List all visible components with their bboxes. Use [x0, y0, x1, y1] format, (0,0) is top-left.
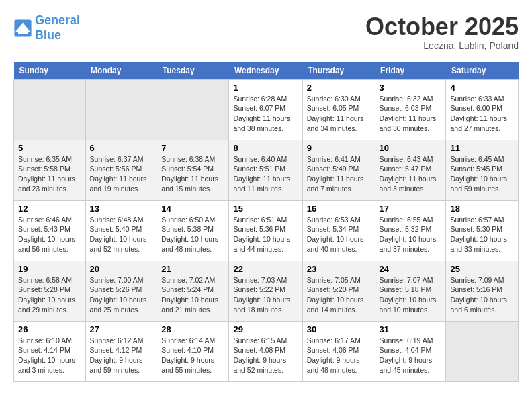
table-row: 18Sunrise: 6:57 AM Sunset: 5:30 PM Dayli… — [446, 200, 519, 261]
day-info: Sunrise: 7:00 AM Sunset: 5:26 PM Dayligh… — [90, 275, 153, 315]
table-row — [85, 79, 157, 140]
day-info: Sunrise: 6:55 AM Sunset: 5:32 PM Dayligh… — [380, 215, 442, 255]
col-monday: Monday — [85, 62, 157, 80]
table-row: 1Sunrise: 6:28 AM Sunset: 6:07 PM Daylig… — [229, 79, 302, 140]
table-row: 24Sunrise: 7:07 AM Sunset: 5:18 PM Dayli… — [375, 261, 446, 321]
day-number: 2 — [307, 83, 371, 93]
table-row: 6Sunrise: 6:37 AM Sunset: 5:56 PM Daylig… — [85, 140, 157, 200]
day-info: Sunrise: 6:37 AM Sunset: 5:56 PM Dayligh… — [90, 154, 153, 194]
calendar-body: 1Sunrise: 6:28 AM Sunset: 6:07 PM Daylig… — [14, 79, 519, 381]
day-info: Sunrise: 7:07 AM Sunset: 5:18 PM Dayligh… — [380, 275, 442, 315]
day-number: 3 — [380, 83, 442, 93]
day-number: 17 — [380, 203, 442, 214]
day-info: Sunrise: 6:10 AM Sunset: 4:14 PM Dayligh… — [18, 336, 81, 375]
table-row: 14Sunrise: 6:50 AM Sunset: 5:38 PM Dayli… — [157, 200, 229, 261]
day-number: 15 — [233, 203, 298, 214]
day-info: Sunrise: 6:41 AM Sunset: 5:49 PM Dayligh… — [307, 154, 371, 194]
day-number: 6 — [90, 143, 153, 153]
day-number: 22 — [233, 264, 298, 274]
calendar-header: Sunday Monday Tuesday Wednesday Thursday… — [14, 62, 519, 80]
day-info: Sunrise: 6:32 AM Sunset: 6:03 PM Dayligh… — [380, 94, 442, 134]
calendar-table: Sunday Monday Tuesday Wednesday Thursday… — [13, 62, 519, 382]
table-row — [14, 79, 86, 140]
table-row: 25Sunrise: 7:09 AM Sunset: 5:16 PM Dayli… — [446, 261, 519, 321]
day-info: Sunrise: 6:15 AM Sunset: 4:08 PM Dayligh… — [233, 336, 298, 375]
day-number: 11 — [450, 143, 514, 153]
table-row: 29Sunrise: 6:15 AM Sunset: 4:08 PM Dayli… — [229, 321, 302, 381]
logo: General Blue — [13, 13, 80, 42]
svg-rect-2 — [18, 32, 28, 34]
col-friday: Friday — [375, 62, 446, 80]
table-row — [157, 79, 229, 140]
day-number: 4 — [450, 83, 514, 93]
table-row: 20Sunrise: 7:00 AM Sunset: 5:26 PM Dayli… — [85, 261, 157, 321]
table-row: 17Sunrise: 6:55 AM Sunset: 5:32 PM Dayli… — [375, 200, 446, 261]
day-number: 10 — [380, 143, 442, 153]
logo-icon — [13, 19, 32, 38]
day-number: 27 — [90, 324, 153, 334]
logo-text: General Blue — [35, 13, 80, 42]
table-row: 21Sunrise: 7:02 AM Sunset: 5:24 PM Dayli… — [157, 261, 229, 321]
day-info: Sunrise: 7:05 AM Sunset: 5:20 PM Dayligh… — [307, 275, 371, 315]
day-info: Sunrise: 6:19 AM Sunset: 4:04 PM Dayligh… — [380, 336, 442, 375]
day-number: 26 — [18, 324, 81, 334]
day-number: 9 — [307, 143, 371, 153]
day-info: Sunrise: 6:48 AM Sunset: 5:40 PM Dayligh… — [90, 215, 153, 255]
day-number: 16 — [307, 203, 371, 214]
day-info: Sunrise: 6:33 AM Sunset: 6:00 PM Dayligh… — [450, 94, 514, 134]
day-number: 28 — [161, 324, 224, 334]
page-header: General Blue October 2025 Leczna, Lublin… — [13, 13, 519, 51]
day-number: 13 — [90, 203, 153, 214]
day-number: 25 — [450, 264, 514, 274]
day-info: Sunrise: 6:51 AM Sunset: 5:36 PM Dayligh… — [233, 215, 298, 255]
day-number: 1 — [233, 83, 298, 93]
table-row: 31Sunrise: 6:19 AM Sunset: 4:04 PM Dayli… — [375, 321, 446, 381]
table-row: 9Sunrise: 6:41 AM Sunset: 5:49 PM Daylig… — [302, 140, 375, 200]
table-row: 11Sunrise: 6:45 AM Sunset: 5:45 PM Dayli… — [446, 140, 519, 200]
title-section: October 2025 Leczna, Lublin, Poland — [365, 13, 519, 51]
day-info: Sunrise: 6:14 AM Sunset: 4:10 PM Dayligh… — [161, 336, 224, 375]
table-row: 10Sunrise: 6:43 AM Sunset: 5:47 PM Dayli… — [375, 140, 446, 200]
day-number: 24 — [380, 264, 442, 274]
day-info: Sunrise: 6:53 AM Sunset: 5:34 PM Dayligh… — [307, 215, 371, 255]
table-row — [446, 321, 519, 381]
day-info: Sunrise: 6:43 AM Sunset: 5:47 PM Dayligh… — [380, 154, 442, 194]
day-info: Sunrise: 6:58 AM Sunset: 5:28 PM Dayligh… — [18, 275, 81, 315]
day-info: Sunrise: 6:50 AM Sunset: 5:38 PM Dayligh… — [161, 215, 224, 255]
day-info: Sunrise: 6:40 AM Sunset: 5:51 PM Dayligh… — [233, 154, 298, 194]
day-number: 31 — [380, 324, 442, 334]
logo-line1: General — [35, 13, 80, 27]
col-sunday: Sunday — [14, 62, 86, 80]
col-tuesday: Tuesday — [157, 62, 229, 80]
day-number: 20 — [90, 264, 153, 274]
day-number: 7 — [161, 143, 224, 153]
table-row: 7Sunrise: 6:38 AM Sunset: 5:54 PM Daylig… — [157, 140, 229, 200]
table-row: 26Sunrise: 6:10 AM Sunset: 4:14 PM Dayli… — [14, 321, 86, 381]
month-title: October 2025 — [365, 13, 519, 40]
day-info: Sunrise: 6:12 AM Sunset: 4:12 PM Dayligh… — [90, 336, 153, 375]
day-info: Sunrise: 6:17 AM Sunset: 4:06 PM Dayligh… — [307, 336, 371, 375]
day-info: Sunrise: 7:03 AM Sunset: 5:22 PM Dayligh… — [233, 275, 298, 315]
day-number: 30 — [307, 324, 371, 334]
location: Leczna, Lublin, Poland — [365, 40, 519, 51]
col-wednesday: Wednesday — [229, 62, 302, 80]
day-number: 12 — [18, 203, 81, 214]
day-info: Sunrise: 7:09 AM Sunset: 5:16 PM Dayligh… — [450, 275, 514, 315]
day-info: Sunrise: 6:35 AM Sunset: 5:58 PM Dayligh… — [18, 154, 81, 194]
col-saturday: Saturday — [446, 62, 519, 80]
col-thursday: Thursday — [302, 62, 375, 80]
day-number: 23 — [307, 264, 371, 274]
table-row: 28Sunrise: 6:14 AM Sunset: 4:10 PM Dayli… — [157, 321, 229, 381]
day-info: Sunrise: 6:45 AM Sunset: 5:45 PM Dayligh… — [450, 154, 514, 194]
day-number: 5 — [18, 143, 81, 153]
day-info: Sunrise: 6:46 AM Sunset: 5:43 PM Dayligh… — [18, 215, 81, 255]
table-row: 30Sunrise: 6:17 AM Sunset: 4:06 PM Dayli… — [302, 321, 375, 381]
day-number: 8 — [233, 143, 298, 153]
day-info: Sunrise: 6:38 AM Sunset: 5:54 PM Dayligh… — [161, 154, 224, 194]
table-row: 5Sunrise: 6:35 AM Sunset: 5:58 PM Daylig… — [14, 140, 86, 200]
table-row: 2Sunrise: 6:30 AM Sunset: 6:05 PM Daylig… — [302, 79, 375, 140]
day-info: Sunrise: 6:30 AM Sunset: 6:05 PM Dayligh… — [307, 94, 371, 134]
logo-line2: Blue — [35, 28, 61, 42]
day-number: 19 — [18, 264, 81, 274]
day-number: 18 — [450, 203, 514, 214]
